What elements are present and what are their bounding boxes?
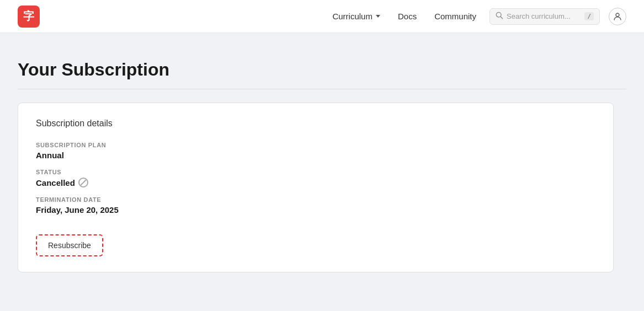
main-content: Your Subscription Subscription details S…: [0, 33, 644, 290]
card-title: Subscription details: [36, 119, 595, 128]
nav-curriculum[interactable]: Curriculum: [332, 12, 380, 21]
cancelled-icon: [78, 178, 88, 187]
search-placeholder-text: Search curriculum...: [507, 12, 581, 20]
subscription-plan-group: SUBSCRIPTION PLAN Annual: [36, 142, 595, 160]
status-label: STATUS: [36, 169, 595, 175]
nav-docs[interactable]: Docs: [398, 12, 417, 21]
plan-value: Annual: [36, 151, 595, 160]
search-icon: [496, 12, 503, 22]
svg-line-1: [501, 17, 503, 19]
resubscribe-button[interactable]: Resubscribe: [36, 234, 103, 256]
plan-label: SUBSCRIPTION PLAN: [36, 142, 595, 148]
status-value: Cancelled: [36, 178, 595, 187]
status-group: STATUS Cancelled: [36, 169, 595, 187]
svg-point-2: [616, 13, 619, 17]
search-bar[interactable]: Search curriculum... /: [489, 8, 600, 25]
subscription-card: Subscription details SUBSCRIPTION PLAN A…: [18, 103, 614, 272]
nav-community[interactable]: Community: [434, 12, 476, 21]
header: 字 Curriculum Docs Community Search curri…: [0, 0, 644, 33]
termination-group: TERMINATION DATE Friday, June 20, 2025: [36, 196, 595, 215]
search-kbd: /: [584, 12, 594, 20]
logo[interactable]: 字: [18, 6, 40, 28]
chevron-down-icon: [376, 15, 380, 18]
termination-label: TERMINATION DATE: [36, 196, 595, 203]
termination-value: Friday, June 20, 2025: [36, 205, 595, 215]
page-title: Your Subscription: [18, 60, 626, 89]
main-nav: Curriculum Docs Community: [332, 12, 476, 21]
user-account-icon[interactable]: [609, 8, 626, 25]
